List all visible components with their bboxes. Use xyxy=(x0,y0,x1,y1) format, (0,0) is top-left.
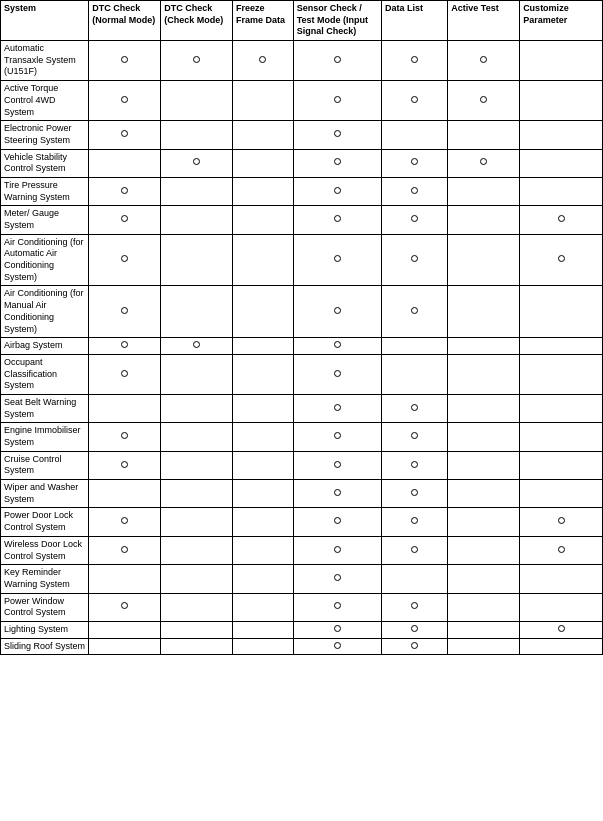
cell-col-dtcnormal xyxy=(89,234,161,286)
cell-col-datalist xyxy=(382,565,448,593)
cell-system: Automatic Transaxle System (U151F) xyxy=(1,41,89,81)
cell-col-dtcnormal xyxy=(89,354,161,394)
cell-col-sensor xyxy=(293,121,381,149)
table-row: Air Conditioning (for Automatic Air Cond… xyxy=(1,234,603,286)
circle-indicator xyxy=(334,215,341,222)
cell-col-dtccheck xyxy=(161,81,233,121)
cell-col-freeze xyxy=(232,338,293,355)
cell-col-datalist xyxy=(382,593,448,621)
circle-indicator xyxy=(193,158,200,165)
circle-indicator xyxy=(334,187,341,194)
cell-col-dtcnormal xyxy=(89,593,161,621)
cell-col-sensor xyxy=(293,508,381,536)
cell-col-datalist xyxy=(382,480,448,508)
cell-system: Power Door Lock Control System xyxy=(1,508,89,536)
circle-indicator xyxy=(334,404,341,411)
cell-col-customize xyxy=(520,177,603,205)
cell-col-sensor xyxy=(293,338,381,355)
circle-indicator xyxy=(121,341,128,348)
cell-col-datalist xyxy=(382,508,448,536)
circle-indicator xyxy=(334,642,341,649)
cell-col-active xyxy=(448,354,520,394)
cell-col-dtcnormal xyxy=(89,41,161,81)
cell-col-datalist xyxy=(382,234,448,286)
table-row: Wireless Door Lock Control System xyxy=(1,536,603,564)
circle-indicator xyxy=(193,341,200,348)
cell-col-customize xyxy=(520,338,603,355)
table-row: Active Torque Control 4WD System xyxy=(1,81,603,121)
cell-col-customize xyxy=(520,508,603,536)
circle-indicator xyxy=(411,96,418,103)
cell-col-dtccheck xyxy=(161,508,233,536)
cell-col-freeze xyxy=(232,451,293,479)
cell-col-sensor xyxy=(293,234,381,286)
circle-indicator xyxy=(121,602,128,609)
circle-indicator xyxy=(411,489,418,496)
cell-col-freeze xyxy=(232,638,293,655)
col-header-dtcnormal: DTC Check (Normal Mode) xyxy=(89,1,161,41)
circle-indicator xyxy=(121,432,128,439)
cell-col-dtccheck xyxy=(161,338,233,355)
cell-system: Seat Belt Warning System xyxy=(1,394,89,422)
circle-indicator xyxy=(480,96,487,103)
circle-indicator xyxy=(411,307,418,314)
circle-indicator xyxy=(411,461,418,468)
cell-col-datalist xyxy=(382,206,448,234)
cell-col-dtcnormal xyxy=(89,206,161,234)
circle-indicator xyxy=(411,546,418,553)
cell-system: Tire Pressure Warning System xyxy=(1,177,89,205)
cell-col-freeze xyxy=(232,480,293,508)
cell-col-dtcnormal xyxy=(89,565,161,593)
cell-col-dtccheck xyxy=(161,423,233,451)
cell-col-sensor xyxy=(293,621,381,638)
compatibility-table: System DTC Check (Normal Mode) DTC Check… xyxy=(0,0,603,655)
circle-indicator xyxy=(411,215,418,222)
cell-col-dtccheck xyxy=(161,565,233,593)
circle-indicator xyxy=(334,461,341,468)
cell-col-freeze xyxy=(232,41,293,81)
cell-col-customize xyxy=(520,234,603,286)
circle-indicator xyxy=(411,187,418,194)
cell-col-datalist xyxy=(382,423,448,451)
cell-col-dtcnormal xyxy=(89,451,161,479)
cell-col-datalist xyxy=(382,536,448,564)
col-header-dtccheck: DTC Check (Check Mode) xyxy=(161,1,233,41)
circle-indicator xyxy=(411,517,418,524)
cell-col-active xyxy=(448,508,520,536)
circle-indicator xyxy=(121,187,128,194)
cell-col-dtcnormal xyxy=(89,536,161,564)
cell-col-dtcnormal xyxy=(89,394,161,422)
circle-indicator xyxy=(259,56,266,63)
cell-col-customize xyxy=(520,423,603,451)
cell-col-sensor xyxy=(293,206,381,234)
cell-col-active xyxy=(448,41,520,81)
cell-col-customize xyxy=(520,536,603,564)
cell-col-active xyxy=(448,480,520,508)
circle-indicator xyxy=(411,404,418,411)
cell-col-dtccheck xyxy=(161,638,233,655)
cell-col-freeze xyxy=(232,121,293,149)
circle-indicator xyxy=(121,546,128,553)
cell-col-datalist xyxy=(382,177,448,205)
cell-col-dtccheck xyxy=(161,354,233,394)
circle-indicator xyxy=(334,602,341,609)
cell-col-freeze xyxy=(232,81,293,121)
cell-col-freeze xyxy=(232,234,293,286)
circle-indicator xyxy=(334,255,341,262)
circle-indicator xyxy=(411,56,418,63)
cell-col-sensor xyxy=(293,451,381,479)
circle-indicator xyxy=(334,158,341,165)
cell-col-dtcnormal xyxy=(89,621,161,638)
cell-col-customize xyxy=(520,565,603,593)
cell-col-active xyxy=(448,121,520,149)
circle-indicator xyxy=(121,307,128,314)
cell-col-customize xyxy=(520,480,603,508)
cell-col-freeze xyxy=(232,565,293,593)
cell-col-sensor xyxy=(293,480,381,508)
cell-col-sensor xyxy=(293,638,381,655)
circle-indicator xyxy=(334,130,341,137)
cell-col-customize xyxy=(520,81,603,121)
cell-col-customize xyxy=(520,121,603,149)
cell-col-customize xyxy=(520,206,603,234)
cell-col-dtccheck xyxy=(161,451,233,479)
